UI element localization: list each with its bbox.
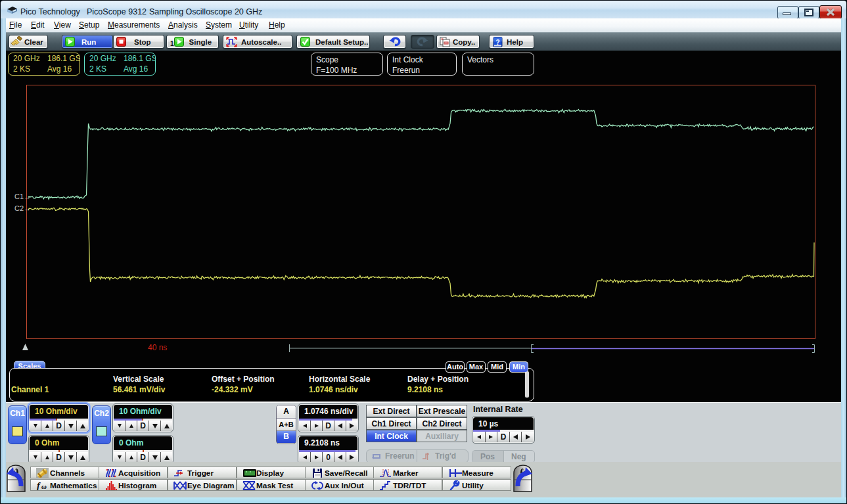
- svg-text:ω: ω: [41, 482, 47, 490]
- svg-text:f: f: [37, 481, 41, 491]
